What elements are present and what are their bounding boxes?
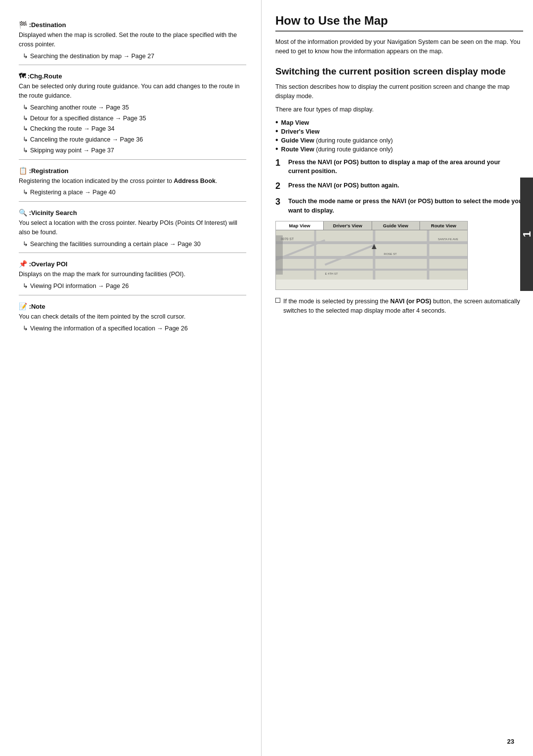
registration-section: 📋 :Registration Registering the location… bbox=[19, 167, 246, 198]
note-link: ↳ Viewing the information of a specified… bbox=[23, 324, 246, 333]
vicinity-body: You select a location with the cross poi… bbox=[19, 218, 246, 237]
map-tab-guide-view[interactable]: Guide View bbox=[372, 221, 420, 230]
switching-intro2: There are four types of map display. bbox=[275, 105, 523, 114]
overlay-poi-section: 📌 :Overlay POI Displays on the map the m… bbox=[19, 260, 246, 291]
note-heading: 📝 :Note bbox=[19, 302, 246, 310]
step-1-number: 1 bbox=[275, 158, 284, 169]
overlay-poi-link: ↳ Viewing POI information → Page 26 bbox=[23, 281, 246, 291]
note-section: 📝 :Note You can check details of the ite… bbox=[19, 302, 246, 333]
arrow-icon: ↳ bbox=[23, 124, 28, 134]
overlay-poi-body: Displays on the map the mark for surroun… bbox=[19, 270, 246, 279]
divider2 bbox=[19, 159, 246, 160]
arrow-icon: ↳ bbox=[23, 145, 28, 155]
arrow-icon: ↳ bbox=[23, 239, 28, 249]
registration-heading: 📋 :Registration bbox=[19, 167, 246, 175]
svg-text:ROSE ST: ROSE ST bbox=[384, 252, 397, 255]
destination-icon: 🏁 bbox=[19, 21, 27, 29]
map-tab-route-view[interactable]: Route View bbox=[420, 221, 467, 230]
destination-body: Displayed when the map is scrolled. Set … bbox=[19, 31, 246, 49]
bullet-dot-icon: • bbox=[275, 127, 278, 135]
registration-link: ↳ Registering a place → Page 40 bbox=[23, 187, 246, 197]
destination-section: 🏁 :Destination Displayed when the map is… bbox=[19, 21, 246, 61]
chg-link-4: ↳ Canceling the route guidance → Page 36 bbox=[23, 135, 246, 144]
vicinity-icon: 🔍 bbox=[19, 209, 27, 216]
overlay-poi-heading: 📌 :Overlay POI bbox=[19, 260, 246, 268]
step-3-text: Touch the mode name or press the NAVI (o… bbox=[288, 197, 523, 216]
map-tab-drivers-view[interactable]: Driver's View bbox=[324, 221, 372, 230]
chg-link-5: ↳ Skipping way point → Page 37 bbox=[23, 145, 246, 155]
arrow-icon: ↳ bbox=[23, 135, 28, 144]
note-body: You can check details of the item pointe… bbox=[19, 312, 246, 322]
map-tabs-bar: Map View Driver's View Guide View Route … bbox=[276, 221, 467, 230]
chg-link-3: ↳ Checking the route → Page 34 bbox=[23, 124, 246, 134]
page-number: 23 bbox=[507, 738, 514, 745]
map-image-area: Map View Driver's View Guide View Route … bbox=[275, 221, 468, 290]
how-to-intro: Most of the information provided by your… bbox=[275, 37, 523, 57]
chapter-sidebar-tab: Chapter 1 Basic Operation bbox=[520, 178, 533, 291]
chg-route-heading: 🗺 :Chg.Route bbox=[19, 72, 246, 80]
vicinity-search-section: 🔍 :Vicinity Search You select a location… bbox=[19, 209, 246, 249]
divider4 bbox=[19, 252, 246, 253]
mode-route-view: • Route View (during route guidance only… bbox=[275, 145, 523, 153]
destination-heading: 🏁 :Destination bbox=[19, 21, 246, 29]
chg-route-icon: 🗺 bbox=[19, 72, 26, 80]
note-icon: 📝 bbox=[19, 302, 27, 310]
arrow-icon: ↳ bbox=[23, 103, 28, 112]
svg-rect-14 bbox=[276, 235, 283, 275]
step-2-number: 2 bbox=[275, 181, 284, 192]
vicinity-link: ↳ Searching the facilities surrounding a… bbox=[23, 239, 246, 249]
switching-heading: Switching the current position screen di… bbox=[275, 66, 523, 78]
svg-text:SANTA FE AVE: SANTA FE AVE bbox=[438, 238, 458, 241]
svg-text:E 4TH ST: E 4TH ST bbox=[325, 272, 338, 275]
note-checkbox-icon bbox=[275, 298, 280, 303]
step-2-text: Press the NAVI (or POS) button again. bbox=[288, 181, 523, 190]
mode-map-view: • Map View bbox=[275, 118, 523, 126]
mode-guide-view: • Guide View (during route guidance only… bbox=[275, 136, 523, 144]
chapter-label: Chapter bbox=[513, 221, 519, 247]
how-to-heading: How to Use the Map bbox=[275, 14, 523, 32]
step-3-number: 3 bbox=[275, 197, 284, 208]
divider1 bbox=[19, 65, 246, 65]
arrow-icon: ↳ bbox=[23, 51, 28, 61]
chg-link-1: ↳ Searching another route → Page 35 bbox=[23, 103, 246, 112]
step-1: 1 Press the NAVI (or POS) button to disp… bbox=[275, 158, 523, 177]
map-display-body: 8070 ST ROSE ST SANTA FE AVE E 4TH ST bbox=[276, 230, 467, 280]
step-1-text: Press the NAVI (or POS) button to displa… bbox=[288, 158, 523, 177]
map-tab-map-view[interactable]: Map View bbox=[276, 221, 324, 230]
chg-link-2: ↳ Detour for a specified distance → Page… bbox=[23, 113, 246, 123]
bullet-dot-icon: • bbox=[275, 145, 278, 153]
arrow-icon: ↳ bbox=[23, 324, 28, 333]
destination-link: ↳ Searching the destination by map → Pag… bbox=[23, 51, 246, 61]
note-after-map: If the mode is selected by pressing the … bbox=[275, 297, 523, 316]
mode-drivers-view: • Driver's View bbox=[275, 127, 523, 135]
divider5 bbox=[19, 295, 246, 295]
arrow-icon: ↳ bbox=[23, 187, 28, 197]
registration-icon: 📋 bbox=[19, 167, 27, 175]
switching-intro1: This section describes how to display th… bbox=[275, 82, 523, 101]
step-3: 3 Touch the mode name or press the NAVI … bbox=[275, 197, 523, 216]
svg-text:8070 ST: 8070 ST bbox=[281, 237, 294, 241]
note-row-1: If the mode is selected by pressing the … bbox=[275, 297, 523, 316]
divider3 bbox=[19, 201, 246, 202]
right-column: How to Use the Map Most of the informati… bbox=[262, 0, 533, 756]
vicinity-heading: 🔍 :Vicinity Search bbox=[19, 209, 246, 216]
overlay-poi-icon: 📌 bbox=[19, 260, 27, 268]
left-column: 🏁 :Destination Displayed when the map is… bbox=[0, 0, 262, 756]
page-container: 🏁 :Destination Displayed when the map is… bbox=[0, 0, 533, 756]
bullet-dot-icon: • bbox=[275, 136, 278, 144]
arrow-icon: ↳ bbox=[23, 113, 28, 123]
chapter-number: 1 bbox=[521, 231, 533, 237]
map-svg: 8070 ST ROSE ST SANTA FE AVE E 4TH ST bbox=[276, 230, 467, 280]
arrow-icon: ↳ bbox=[23, 281, 28, 291]
step-2: 2 Press the NAVI (or POS) button again. bbox=[275, 181, 523, 192]
chg-route-body: Can be selected only during route guidan… bbox=[19, 82, 246, 101]
registration-body: Registering the location indicated by th… bbox=[19, 177, 246, 186]
bullet-dot-icon: • bbox=[275, 118, 278, 126]
note-after-map-text: If the mode is selected by pressing the … bbox=[283, 297, 523, 316]
chg-route-section: 🗺 :Chg.Route Can be selected only during… bbox=[19, 72, 246, 155]
